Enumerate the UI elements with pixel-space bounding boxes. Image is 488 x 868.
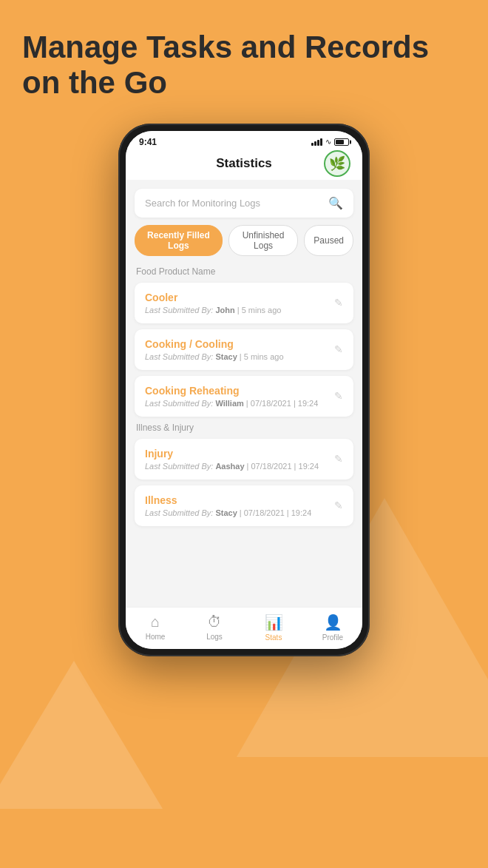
tab-recently-filled[interactable]: Recently Filled Logs xyxy=(135,225,223,256)
nav-label-stats: Stats xyxy=(265,633,282,642)
log-card-cooking-cooling[interactable]: Cooking / Cooling Last Submitted By: Sta… xyxy=(135,329,353,370)
section-label-food: Food Product Name xyxy=(136,266,353,277)
app-content: Search for Monitoring Logs 🔍 Recently Fi… xyxy=(126,180,362,607)
wifi-icon: ∿ xyxy=(325,138,331,146)
profile-icon: 👤 xyxy=(324,613,342,631)
log-meta-cooler: Last Submitted By: John | 5 mins ago xyxy=(145,306,328,314)
stats-icon: 📊 xyxy=(265,613,283,631)
status-time: 9:41 xyxy=(139,137,157,147)
log-name-cooking-cooling: Cooking / Cooling xyxy=(145,338,328,350)
log-name-cooking-reheating: Cooking Reheating xyxy=(145,385,328,397)
header-avatar[interactable]: 🌿 xyxy=(324,150,350,177)
section-label-illness: Illness & Injury xyxy=(136,423,353,433)
log-card-cooking-reheating[interactable]: Cooking Reheating Last Submitted By: Wil… xyxy=(135,376,353,417)
log-name-illness: Illness xyxy=(145,494,328,506)
search-bar[interactable]: Search for Monitoring Logs 🔍 xyxy=(135,189,353,218)
bg-decoration-left xyxy=(0,661,163,809)
search-icon[interactable]: 🔍 xyxy=(328,196,343,210)
log-meta-injury: Last Submitted By: Aashay | 07/18/2021 |… xyxy=(145,462,328,471)
filter-tabs: Recently Filled Logs Unfinished Logs Pau… xyxy=(135,225,353,256)
tab-unfinished[interactable]: Unfinished Logs xyxy=(228,225,298,256)
app-header: Statistics 🌿 xyxy=(126,150,362,180)
leaf-icon: 🌿 xyxy=(329,155,345,172)
hero-section: Manage Tasks and Records on the Go xyxy=(0,0,488,116)
log-card-injury[interactable]: Injury Last Submitted By: Aashay | 07/18… xyxy=(135,439,353,480)
status-bar: 9:41 ∿ xyxy=(126,131,362,150)
edit-icon-cooking-cooling[interactable]: ✎ xyxy=(334,343,343,355)
edit-icon-cooking-reheating[interactable]: ✎ xyxy=(334,390,343,402)
nav-item-stats[interactable]: 📊 Stats xyxy=(255,613,292,642)
battery-icon xyxy=(334,138,349,146)
nav-item-home[interactable]: ⌂ Home xyxy=(137,613,174,641)
log-name-injury: Injury xyxy=(145,448,328,460)
bottom-nav: ⌂ Home ⏱ Logs 📊 Stats 👤 Profile xyxy=(126,607,362,649)
edit-icon-illness[interactable]: ✎ xyxy=(334,499,343,511)
phone-screen: 9:41 ∿ Statistics xyxy=(126,131,362,649)
status-icons: ∿ xyxy=(311,138,349,146)
logs-icon: ⏱ xyxy=(207,613,222,630)
signal-icon xyxy=(311,138,322,146)
log-meta-cooking-cooling: Last Submitted By: Stacy | 5 mins ago xyxy=(145,352,328,361)
hero-title: Manage Tasks and Records on the Go xyxy=(22,30,466,101)
log-card-cooler[interactable]: Cooler Last Submitted By: John | 5 mins … xyxy=(135,283,353,323)
nav-label-home: Home xyxy=(146,633,166,641)
edit-icon-injury[interactable]: ✎ xyxy=(334,453,343,465)
tab-paused[interactable]: Paused xyxy=(304,225,353,256)
edit-icon-cooler[interactable]: ✎ xyxy=(334,297,343,309)
nav-label-profile: Profile xyxy=(322,633,343,642)
phone-mockup: 9:41 ∿ Statistics xyxy=(118,124,370,656)
nav-item-logs[interactable]: ⏱ Logs xyxy=(196,613,233,641)
app-title: Statistics xyxy=(216,156,272,171)
log-meta-cooking-reheating: Last Submitted By: William | 07/18/2021 … xyxy=(145,399,328,408)
nav-item-profile[interactable]: 👤 Profile xyxy=(314,613,351,642)
log-meta-illness: Last Submitted By: Stacy | 07/18/2021 | … xyxy=(145,508,328,517)
search-placeholder: Search for Monitoring Logs xyxy=(145,198,260,209)
log-card-illness[interactable]: Illness Last Submitted By: Stacy | 07/18… xyxy=(135,485,353,526)
log-name-cooler: Cooler xyxy=(145,292,328,303)
nav-label-logs: Logs xyxy=(206,633,223,641)
home-icon: ⌂ xyxy=(151,613,160,630)
